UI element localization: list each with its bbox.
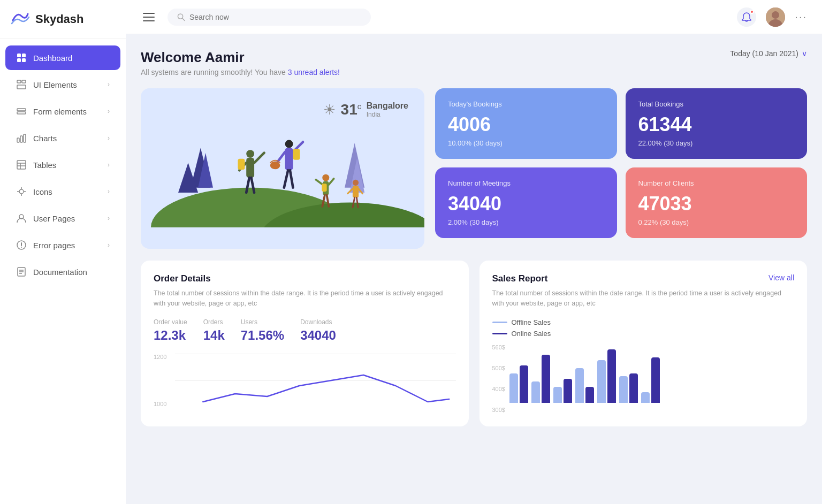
sales-legend: Offline Sales Online Sales	[492, 318, 795, 338]
bar-offline	[553, 387, 562, 403]
svg-rect-3	[22, 58, 26, 62]
more-options-button[interactable]: ···	[795, 11, 807, 23]
header: ···	[126, 0, 822, 34]
weather-display: ☀ 31c Bangalore India	[323, 101, 408, 118]
order-stat-order-value: Order value 12.3k	[154, 318, 187, 343]
sidebar-item-label: Error pages	[33, 241, 75, 250]
dashboard-icon	[16, 52, 27, 63]
logo-area: Skydash	[0, 0, 126, 39]
sidebar: Skydash Dashboard	[0, 0, 126, 504]
sales-report-panel: Sales Report View all The total number o…	[480, 261, 808, 426]
order-wave-chart	[175, 364, 477, 407]
stat-value: 61344	[638, 113, 795, 136]
welcome-section: Welcome Aamir All systems are running sm…	[141, 49, 807, 77]
bar-online	[542, 355, 550, 403]
order-stat-value: 12.3k	[154, 328, 187, 343]
weather-city: Bangalore	[367, 101, 408, 111]
chevron-icon: ›	[108, 188, 110, 195]
order-stat-value: 71.56%	[241, 328, 284, 343]
hero-stats-row: ☀ 31c Bangalore India	[141, 88, 807, 249]
notification-badge	[750, 10, 754, 14]
sales-report-desc: The total number of sessions within the …	[492, 288, 795, 309]
avatar[interactable]	[766, 7, 785, 27]
bar-offline	[597, 360, 606, 403]
sidebar-item-tables[interactable]: Tables ›	[5, 152, 120, 177]
svg-rect-47	[238, 159, 245, 170]
svg-point-41	[246, 150, 254, 158]
chevron-icon: ›	[108, 215, 110, 222]
bar-offline	[531, 381, 540, 403]
chevron-icon: ›	[108, 108, 110, 115]
error-pages-icon	[16, 240, 27, 250]
order-stat-label: Order value	[154, 318, 187, 326]
stats-row-1: Today's Bookings 4006 10.00% (30 days) T…	[435, 88, 807, 159]
documentation-icon	[16, 266, 27, 277]
svg-rect-55	[293, 149, 300, 159]
stats-column: Today's Bookings 4006 10.00% (30 days) T…	[435, 88, 807, 249]
stat-pct: 10.00% (30 days)	[448, 139, 604, 147]
stat-pct: 2.00% (30 days)	[448, 218, 604, 226]
sidebar-item-label: Icons	[33, 187, 52, 196]
date-label: Today (10 Jan 2021)	[730, 49, 798, 58]
sidebar-item-label: Tables	[33, 161, 56, 170]
hamburger-button[interactable]	[141, 11, 157, 24]
svg-rect-49	[285, 148, 293, 170]
notifications-button[interactable]	[737, 7, 756, 27]
stat-label: Total Bookings	[638, 100, 795, 108]
weather-icon: ☀	[323, 102, 336, 118]
bar-group-2	[531, 355, 550, 403]
offline-sales-legend-icon	[492, 322, 507, 323]
stat-value: 47033	[638, 193, 795, 215]
search-icon	[177, 13, 185, 21]
sidebar-nav: Dashboard UI Elements ›	[0, 39, 126, 504]
stat-card-today-bookings: Today's Bookings 4006 10.00% (30 days)	[435, 88, 617, 159]
svg-rect-8	[17, 112, 26, 114]
search-input[interactable]	[189, 13, 361, 21]
svg-rect-6	[17, 85, 26, 89]
svg-rect-62	[322, 184, 326, 192]
svg-point-52	[270, 162, 280, 170]
order-details-desc: The total number of sessions within the …	[154, 288, 456, 309]
sales-chart-wrapper: 560$ 500$ 400$ 300$	[492, 344, 795, 414]
app-name: Skydash	[35, 12, 84, 26]
legend-item-offline: Offline Sales	[492, 318, 795, 326]
svg-rect-1	[22, 54, 26, 57]
logo-icon	[11, 10, 30, 29]
sidebar-item-documentation[interactable]: Documentation	[5, 259, 120, 284]
chevron-icon: ›	[108, 161, 110, 169]
bar-online	[629, 373, 638, 403]
search-box	[168, 9, 371, 26]
chevron-icon: ›	[108, 134, 110, 142]
alerts-link[interactable]: 3 unread alerts!	[288, 68, 340, 77]
sidebar-item-dashboard[interactable]: Dashboard	[5, 45, 120, 70]
svg-point-48	[285, 140, 293, 148]
bar-offline	[619, 376, 628, 403]
sidebar-item-icons[interactable]: Icons ›	[5, 179, 120, 204]
svg-point-24	[21, 247, 22, 248]
view-all-link[interactable]: View all	[768, 273, 794, 282]
order-stat-orders: Orders 14k	[203, 318, 225, 343]
date-selector[interactable]: Today (10 Jan 2021) ∨	[730, 49, 807, 58]
svg-rect-9	[17, 138, 19, 142]
order-stat-users: Users 71.56%	[241, 318, 284, 343]
content-area: Welcome Aamir All systems are running sm…	[126, 34, 822, 504]
order-details-header: Order Details	[154, 273, 456, 284]
stat-card-clients: Number of Clients 47033 0.22% (30 days)	[626, 167, 808, 238]
sidebar-item-form-elements[interactable]: Form elements ›	[5, 99, 120, 124]
svg-rect-0	[17, 54, 21, 57]
bar-online	[564, 379, 572, 403]
icons-icon	[16, 186, 27, 197]
stat-card-meetings: Number of Meetings 34040 2.00% (30 days)	[435, 167, 617, 238]
sidebar-item-charts[interactable]: Charts ›	[5, 126, 120, 150]
bar-online	[585, 387, 594, 403]
form-elements-icon	[16, 106, 27, 117]
sales-report-header: Sales Report View all	[492, 273, 795, 284]
sidebar-item-user-pages[interactable]: User Pages ›	[5, 206, 120, 231]
bar-group-6	[619, 373, 638, 403]
sidebar-item-error-pages[interactable]: Error pages ›	[5, 233, 120, 257]
chevron-icon: ›	[108, 241, 110, 249]
order-stat-label: Orders	[203, 318, 225, 326]
bar-online	[520, 365, 528, 403]
svg-rect-2	[17, 58, 21, 62]
sidebar-item-ui-elements[interactable]: UI Elements ›	[5, 72, 120, 97]
